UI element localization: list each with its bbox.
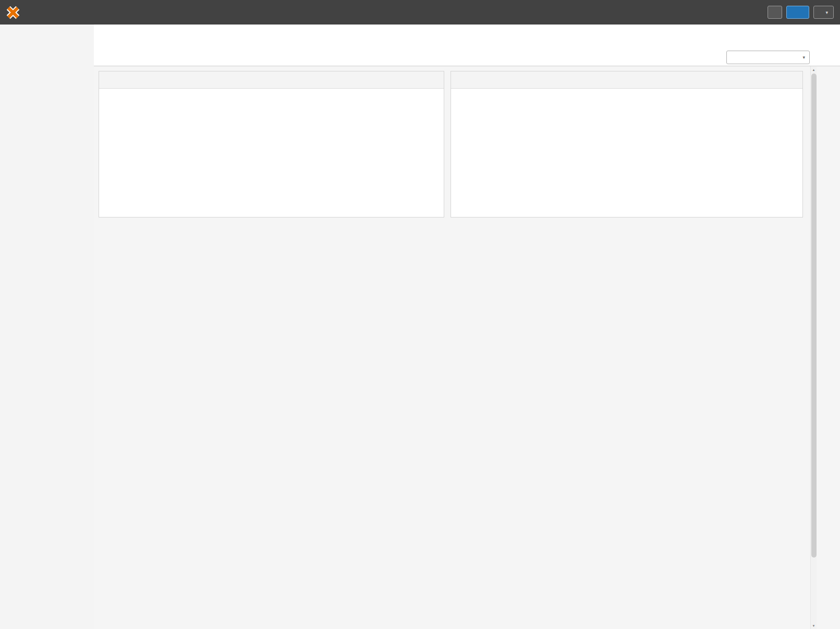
store-panel-header [99, 71, 444, 89]
scroll-down-icon[interactable]: ▼ [811, 622, 817, 629]
user-menu-button[interactable]: ▾ [813, 6, 834, 19]
proxmox-x-icon [6, 6, 20, 19]
toolbar: ▾ [94, 49, 840, 66]
scroll-up-icon[interactable]: ▲ [811, 66, 817, 73]
store-panel-body [99, 89, 444, 99]
time-range-select[interactable]: ▾ [726, 51, 810, 64]
chevron-down-icon: ▾ [802, 55, 805, 60]
proxmox-logo [6, 6, 23, 19]
tab-bar [94, 42, 840, 49]
chevron-down-icon: ▾ [825, 10, 828, 15]
app-header: ▾ [0, 0, 840, 25]
content-area: ▲ ▼ [94, 66, 840, 629]
tasks-button[interactable] [786, 6, 809, 19]
comment-body[interactable] [451, 89, 802, 99]
documentation-button[interactable] [768, 6, 782, 19]
scrollbar-thumb[interactable] [811, 74, 817, 558]
store-summary-panel [99, 71, 444, 217]
vertical-scrollbar[interactable]: ▲ ▼ [810, 66, 817, 629]
summary-row [99, 71, 803, 217]
main-area: ▾ [94, 25, 840, 629]
comment-panel-header [451, 71, 802, 89]
page-title-row [94, 25, 840, 42]
sidebar [0, 25, 94, 629]
comment-panel [451, 71, 803, 217]
